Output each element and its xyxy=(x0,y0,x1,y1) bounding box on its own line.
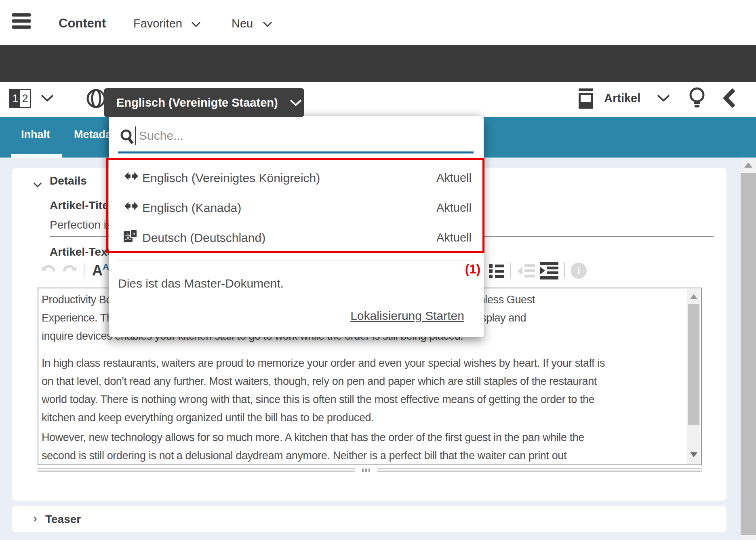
work-area-tab-strip: Chef Corp. USA Home Pa... Live Your Perf… xyxy=(0,45,756,82)
annotation-red-box xyxy=(106,158,484,253)
lightbulb-icon[interactable] xyxy=(688,87,706,112)
outdent-button[interactable] xyxy=(517,263,535,279)
chevron-down-icon[interactable] xyxy=(657,94,665,103)
chevron-down-icon xyxy=(263,21,272,30)
indent-button[interactable] xyxy=(540,262,558,280)
chevron-down-icon xyxy=(191,21,200,30)
document-toolbar: 1 2 Englisch (Vereinigte Staaten) Artike… xyxy=(0,82,756,117)
scrollbar-thumb[interactable] xyxy=(741,173,756,535)
studio-window: Content Favoriten Neu Chef Corp. USA Hom… xyxy=(0,0,756,540)
editor-scrollbar[interactable] xyxy=(687,289,700,464)
language-dropdown-panel: Suche... Englisch (Vereinigtes Königreic… xyxy=(109,116,484,337)
annotation-label: (1) xyxy=(465,262,480,277)
artikel-titel-value[interactable]: Perfection is xyxy=(50,219,112,231)
app-header: Content Favoriten Neu xyxy=(0,0,756,45)
undo-button[interactable] xyxy=(40,263,57,279)
article-paragraph: However, new technology allows for so mu… xyxy=(42,429,688,465)
start-localization-link[interactable]: Lokalisierung Starten xyxy=(350,309,464,323)
globe-icon xyxy=(86,88,106,110)
dropdown-divider xyxy=(118,260,474,261)
scrollbar-thumb[interactable] xyxy=(688,304,699,425)
bullet-list-button[interactable] xyxy=(489,263,504,279)
search-input[interactable]: Suche... xyxy=(139,129,183,143)
selected-language: Englisch (Vereinigte Staaten) xyxy=(116,96,278,109)
app-title: Content xyxy=(59,16,106,31)
language-selector-button[interactable]: Englisch (Vereinigte Staaten) xyxy=(104,88,304,117)
hamburger-menu-icon[interactable] xyxy=(12,13,31,29)
chevron-right-icon[interactable]: › xyxy=(33,511,37,525)
editor-resize-handle[interactable] xyxy=(38,468,702,473)
section-details-header[interactable]: Details xyxy=(50,174,87,187)
article-type-icon xyxy=(579,88,593,109)
master-document-note: Dies ist das Master-Dokument. xyxy=(118,277,284,290)
menu-favoriten[interactable]: Favoriten xyxy=(133,17,182,30)
article-paragraph: In high class restaurants, waiters are p… xyxy=(42,354,688,427)
redo-button[interactable] xyxy=(61,263,78,279)
toolbar-divider xyxy=(84,263,84,278)
toolbar-divider xyxy=(564,263,565,278)
active-tab-indicator xyxy=(11,154,62,158)
info-icon: i xyxy=(571,263,587,279)
search-underline xyxy=(118,151,474,153)
content-type-label: Artikel xyxy=(604,92,640,105)
chevron-down-icon[interactable] xyxy=(40,94,49,103)
section-teaser-header[interactable]: Teaser xyxy=(45,513,81,526)
collapse-panel-chevron-left-icon[interactable] xyxy=(722,88,736,110)
scroll-up-arrow-icon xyxy=(744,162,752,168)
scroll-up-arrow-icon xyxy=(690,294,697,299)
tab-inhalt[interactable]: Inhalt xyxy=(21,128,50,141)
font-size-icon[interactable]: AA xyxy=(92,262,109,279)
search-icon xyxy=(120,129,135,147)
toolbar-divider xyxy=(510,263,511,278)
page-scrollbar[interactable] xyxy=(741,158,756,540)
multi-site-pages-indicator[interactable]: 1 2 xyxy=(9,89,31,108)
scroll-down-arrow-icon xyxy=(690,452,697,457)
chevron-down-icon xyxy=(289,99,302,106)
artikel-text-label: Artikel-Text xyxy=(50,246,111,258)
text-cursor xyxy=(135,126,136,145)
teaser-panel: › Teaser xyxy=(12,506,727,532)
menu-neu[interactable]: Neu xyxy=(232,17,253,30)
chevron-down-icon[interactable] xyxy=(33,182,42,189)
artikel-titel-label: Artikel-Titel xyxy=(50,199,112,212)
